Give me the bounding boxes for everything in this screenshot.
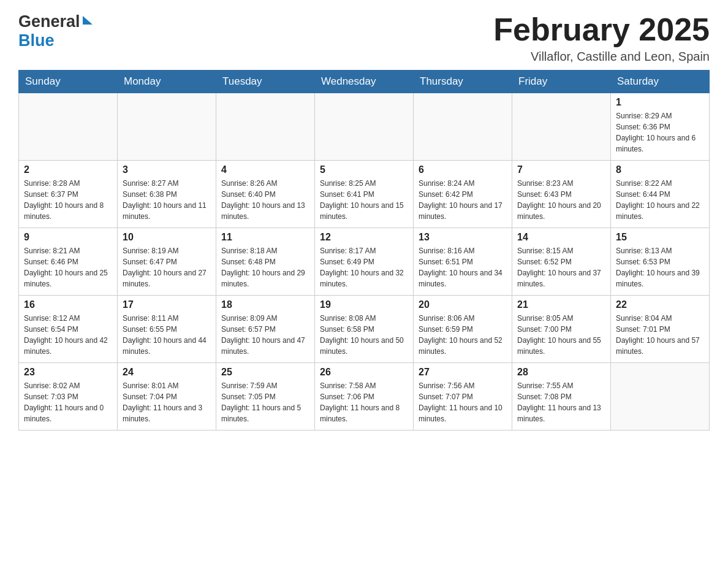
day-number: 11 xyxy=(221,232,309,243)
calendar-cell xyxy=(19,93,118,161)
calendar-cell: 22Sunrise: 8:04 AMSunset: 7:01 PMDayligh… xyxy=(611,296,710,363)
day-number: 15 xyxy=(616,232,704,243)
day-number: 28 xyxy=(517,367,605,378)
calendar-cell xyxy=(216,93,315,161)
title-block: February 2025 Villaflor, Castille and Le… xyxy=(493,12,710,64)
location-subtitle: Villaflor, Castille and Leon, Spain xyxy=(493,50,710,64)
day-info: Sunrise: 8:28 AMSunset: 6:37 PMDaylight:… xyxy=(24,178,112,222)
day-number: 4 xyxy=(221,164,309,175)
day-number: 23 xyxy=(24,367,112,378)
day-number: 25 xyxy=(221,367,309,378)
day-info: Sunrise: 8:11 AMSunset: 6:55 PMDaylight:… xyxy=(123,313,211,357)
day-info: Sunrise: 8:05 AMSunset: 7:00 PMDaylight:… xyxy=(517,313,605,357)
day-number: 5 xyxy=(320,164,408,175)
day-number: 22 xyxy=(616,299,704,310)
day-number: 20 xyxy=(419,299,507,310)
day-info: Sunrise: 7:58 AMSunset: 7:06 PMDaylight:… xyxy=(320,380,408,424)
day-number: 19 xyxy=(320,299,408,310)
day-number: 2 xyxy=(24,164,112,175)
week-row-1: 1Sunrise: 8:29 AMSunset: 6:36 PMDaylight… xyxy=(19,93,710,161)
calendar-table: Sunday Monday Tuesday Wednesday Thursday… xyxy=(18,70,710,431)
day-info: Sunrise: 8:15 AMSunset: 6:52 PMDaylight:… xyxy=(517,245,605,289)
calendar-cell: 14Sunrise: 8:15 AMSunset: 6:52 PMDayligh… xyxy=(512,228,611,296)
calendar-cell: 11Sunrise: 8:18 AMSunset: 6:48 PMDayligh… xyxy=(216,228,315,296)
day-number: 10 xyxy=(123,232,211,243)
calendar-cell xyxy=(611,363,710,431)
header-wednesday: Wednesday xyxy=(315,71,414,93)
calendar-cell xyxy=(414,93,512,161)
weekday-header-row: Sunday Monday Tuesday Wednesday Thursday… xyxy=(19,71,710,93)
week-row-4: 16Sunrise: 8:12 AMSunset: 6:54 PMDayligh… xyxy=(19,296,710,363)
day-info: Sunrise: 8:24 AMSunset: 6:42 PMDaylight:… xyxy=(419,178,507,222)
calendar-cell: 5Sunrise: 8:25 AMSunset: 6:41 PMDaylight… xyxy=(315,161,414,228)
day-info: Sunrise: 8:23 AMSunset: 6:43 PMDaylight:… xyxy=(517,178,605,222)
day-number: 16 xyxy=(24,299,112,310)
logo-general-text: General xyxy=(18,12,80,31)
week-row-3: 9Sunrise: 8:21 AMSunset: 6:46 PMDaylight… xyxy=(19,228,710,296)
day-info: Sunrise: 7:55 AMSunset: 7:08 PMDaylight:… xyxy=(517,380,605,424)
logo-blue-text: Blue xyxy=(18,31,55,50)
calendar-cell: 19Sunrise: 8:08 AMSunset: 6:58 PMDayligh… xyxy=(315,296,414,363)
month-title: February 2025 xyxy=(493,12,710,47)
calendar-cell: 23Sunrise: 8:02 AMSunset: 7:03 PMDayligh… xyxy=(19,363,118,431)
day-number: 17 xyxy=(123,299,211,310)
logo: General Blue xyxy=(18,12,93,50)
header-friday: Friday xyxy=(512,71,611,93)
calendar-cell xyxy=(118,93,216,161)
day-number: 3 xyxy=(123,164,211,175)
day-info: Sunrise: 8:22 AMSunset: 6:44 PMDaylight:… xyxy=(616,178,704,222)
calendar-cell: 10Sunrise: 8:19 AMSunset: 6:47 PMDayligh… xyxy=(118,228,216,296)
day-info: Sunrise: 8:04 AMSunset: 7:01 PMDaylight:… xyxy=(616,313,704,357)
day-info: Sunrise: 8:08 AMSunset: 6:58 PMDaylight:… xyxy=(320,313,408,357)
day-number: 13 xyxy=(419,232,507,243)
week-row-5: 23Sunrise: 8:02 AMSunset: 7:03 PMDayligh… xyxy=(19,363,710,431)
day-number: 14 xyxy=(517,232,605,243)
calendar-cell xyxy=(315,93,414,161)
day-info: Sunrise: 8:29 AMSunset: 6:36 PMDaylight:… xyxy=(616,110,704,155)
header-sunday: Sunday xyxy=(19,71,118,93)
calendar-cell: 18Sunrise: 8:09 AMSunset: 6:57 PMDayligh… xyxy=(216,296,315,363)
day-number: 8 xyxy=(616,164,704,175)
header-monday: Monday xyxy=(118,71,216,93)
calendar-cell: 25Sunrise: 7:59 AMSunset: 7:05 PMDayligh… xyxy=(216,363,315,431)
calendar-cell: 26Sunrise: 7:58 AMSunset: 7:06 PMDayligh… xyxy=(315,363,414,431)
day-info: Sunrise: 8:06 AMSunset: 6:59 PMDaylight:… xyxy=(419,313,507,357)
header-thursday: Thursday xyxy=(414,71,512,93)
day-info: Sunrise: 8:18 AMSunset: 6:48 PMDaylight:… xyxy=(221,245,309,289)
day-info: Sunrise: 7:56 AMSunset: 7:07 PMDaylight:… xyxy=(419,380,507,424)
day-number: 12 xyxy=(320,232,408,243)
day-number: 18 xyxy=(221,299,309,310)
calendar-cell: 7Sunrise: 8:23 AMSunset: 6:43 PMDaylight… xyxy=(512,161,611,228)
calendar-cell: 15Sunrise: 8:13 AMSunset: 6:53 PMDayligh… xyxy=(611,228,710,296)
day-number: 24 xyxy=(123,367,211,378)
calendar-cell: 9Sunrise: 8:21 AMSunset: 6:46 PMDaylight… xyxy=(19,228,118,296)
day-info: Sunrise: 8:19 AMSunset: 6:47 PMDaylight:… xyxy=(123,245,211,289)
day-info: Sunrise: 8:25 AMSunset: 6:41 PMDaylight:… xyxy=(320,178,408,222)
week-row-2: 2Sunrise: 8:28 AMSunset: 6:37 PMDaylight… xyxy=(19,161,710,228)
calendar-cell: 21Sunrise: 8:05 AMSunset: 7:00 PMDayligh… xyxy=(512,296,611,363)
page-header: General Blue February 2025 Villaflor, Ca… xyxy=(18,12,710,64)
day-info: Sunrise: 8:16 AMSunset: 6:51 PMDaylight:… xyxy=(419,245,507,289)
calendar-cell: 3Sunrise: 8:27 AMSunset: 6:38 PMDaylight… xyxy=(118,161,216,228)
calendar-cell: 1Sunrise: 8:29 AMSunset: 6:36 PMDaylight… xyxy=(611,93,710,161)
day-number: 21 xyxy=(517,299,605,310)
calendar-cell: 8Sunrise: 8:22 AMSunset: 6:44 PMDaylight… xyxy=(611,161,710,228)
day-number: 6 xyxy=(419,164,507,175)
calendar-cell: 2Sunrise: 8:28 AMSunset: 6:37 PMDaylight… xyxy=(19,161,118,228)
calendar-cell: 17Sunrise: 8:11 AMSunset: 6:55 PMDayligh… xyxy=(118,296,216,363)
calendar-cell: 6Sunrise: 8:24 AMSunset: 6:42 PMDaylight… xyxy=(414,161,512,228)
calendar-cell: 12Sunrise: 8:17 AMSunset: 6:49 PMDayligh… xyxy=(315,228,414,296)
day-info: Sunrise: 8:13 AMSunset: 6:53 PMDaylight:… xyxy=(616,245,704,289)
calendar-cell: 28Sunrise: 7:55 AMSunset: 7:08 PMDayligh… xyxy=(512,363,611,431)
calendar-cell xyxy=(512,93,611,161)
calendar-cell: 27Sunrise: 7:56 AMSunset: 7:07 PMDayligh… xyxy=(414,363,512,431)
day-info: Sunrise: 8:12 AMSunset: 6:54 PMDaylight:… xyxy=(24,313,112,357)
calendar-cell: 4Sunrise: 8:26 AMSunset: 6:40 PMDaylight… xyxy=(216,161,315,228)
day-info: Sunrise: 8:27 AMSunset: 6:38 PMDaylight:… xyxy=(123,178,211,222)
day-info: Sunrise: 8:17 AMSunset: 6:49 PMDaylight:… xyxy=(320,245,408,289)
day-number: 9 xyxy=(24,232,112,243)
day-number: 1 xyxy=(616,97,704,108)
calendar-cell: 13Sunrise: 8:16 AMSunset: 6:51 PMDayligh… xyxy=(414,228,512,296)
calendar-cell: 16Sunrise: 8:12 AMSunset: 6:54 PMDayligh… xyxy=(19,296,118,363)
header-saturday: Saturday xyxy=(611,71,710,93)
